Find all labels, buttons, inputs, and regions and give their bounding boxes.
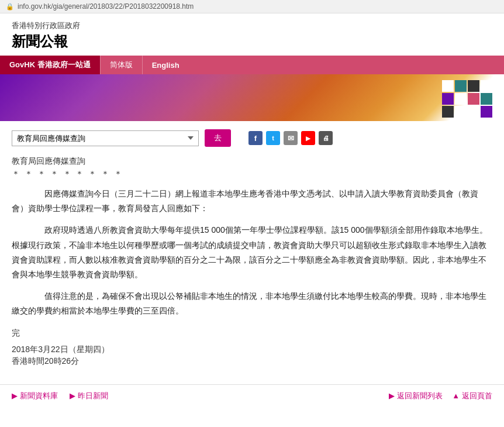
nav-govhk[interactable]: GovHK 香港政府一站通 <box>0 56 100 74</box>
article-end-mark: 完 <box>12 328 492 339</box>
banner-squares <box>442 80 492 118</box>
nav-simplified[interactable]: 简体版 <box>100 56 142 74</box>
article-date: 2018年3月22日（星期四） <box>12 345 492 355</box>
banner-sq-10 <box>455 106 467 118</box>
article-para1: 因應傳媒查詢今日（三月二十二日）網上報道非本地學生應考香港中學文憑考試、以申請入… <box>12 187 492 216</box>
lock-icon: 🔒 <box>6 3 14 11</box>
article-body: 因應傳媒查詢今日（三月二十二日）網上報道非本地學生應考香港中學文憑考試、以申請入… <box>12 187 492 319</box>
email-icon[interactable]: ✉ <box>284 131 298 145</box>
footer-link-back-top-label: 返回頁首 <box>462 391 492 401</box>
nav-english[interactable]: English <box>142 56 189 74</box>
site-header: 香港特別行政區政府 新聞公報 <box>0 13 504 56</box>
footer-link-yesterday-label: 昨日新聞 <box>78 391 108 401</box>
facebook-icon[interactable]: f <box>248 131 263 145</box>
article-stars: ＊ ＊ ＊ ＊ ＊ ＊ ＊ ＊ ＊ <box>12 169 492 180</box>
arrow-right-icon: ▶ <box>12 391 18 400</box>
banner-sq-6 <box>455 93 467 105</box>
article-title: 教育局回應傳媒查詢 <box>12 156 492 167</box>
social-icons: f t ✉ ▶ 🖨 <box>248 131 333 145</box>
footer-nav: ▶ 新聞資料庫 ▶ 昨日新聞 ▶ 返回新聞列表 ▲ 返回頁首 <box>0 384 504 407</box>
category-dropdown[interactable]: 教育局回應傳媒查詢 <box>12 130 199 146</box>
article-para3: 值得注意的是，為確保不會出現以公帑補貼非本地生的情況，非本地學生須繳付比本地學生… <box>12 289 492 318</box>
article-para2: 政府現時透過八所教資會資助大學每年提供15 000個第一年學士學位課程學額。該1… <box>12 223 492 282</box>
footer-link-back-list-label: 返回新聞列表 <box>397 391 443 401</box>
youtube-icon[interactable]: ▶ <box>301 131 315 145</box>
arrow-right-icon-3: ▶ <box>389 391 395 400</box>
footer-link-archive-label: 新聞資料庫 <box>20 391 58 401</box>
article-time: 香港時間20時26分 <box>12 356 492 367</box>
arrow-up-icon: ▲ <box>452 391 460 400</box>
footer-link-back-top[interactable]: ▲ 返回頁首 <box>452 391 492 401</box>
go-button[interactable]: 去 <box>205 129 231 147</box>
footer-left-links: ▶ 新聞資料庫 ▶ 昨日新聞 <box>12 391 108 401</box>
footer-link-yesterday[interactable]: ▶ 昨日新聞 <box>70 391 108 401</box>
main-content: 教育局回應傳媒查詢 去 f t ✉ ▶ 🖨 教育局回應傳媒查詢 ＊ ＊ ＊ ＊ … <box>0 121 504 384</box>
address-bar: 🔒 info.gov.hk/gia/general/201803/22/P201… <box>0 0 504 13</box>
banner-sq-7 <box>468 93 479 105</box>
twitter-icon[interactable]: t <box>266 131 280 145</box>
banner-sq-12 <box>481 106 492 118</box>
banner-sq-3 <box>468 80 479 92</box>
footer-right-links: ▶ 返回新聞列表 ▲ 返回頁首 <box>389 391 492 401</box>
footer-link-back-list[interactable]: ▶ 返回新聞列表 <box>389 391 443 401</box>
url-text: info.gov.hk/gia/general/201803/22/P20180… <box>18 2 194 11</box>
footer-link-archive[interactable]: ▶ 新聞資料庫 <box>12 391 58 401</box>
dropdown-bar: 教育局回應傳媒查詢 去 f t ✉ ▶ 🖨 <box>12 129 492 147</box>
gov-name: 香港特別行政區政府 <box>12 20 492 31</box>
banner-image <box>0 74 504 121</box>
site-title: 新聞公報 <box>12 32 492 51</box>
banner-sq-9 <box>442 106 454 118</box>
banner-sq-1 <box>442 80 454 92</box>
banner-sq-8 <box>481 93 492 105</box>
banner-sq-4 <box>481 80 492 92</box>
navbar: GovHK 香港政府一站通 简体版 English <box>0 56 504 74</box>
banner-sq-2 <box>455 80 467 92</box>
arrow-right-icon-2: ▶ <box>70 391 75 400</box>
banner-sq-5 <box>442 93 454 105</box>
banner-sq-11 <box>468 106 479 118</box>
print-icon[interactable]: 🖨 <box>319 131 333 145</box>
